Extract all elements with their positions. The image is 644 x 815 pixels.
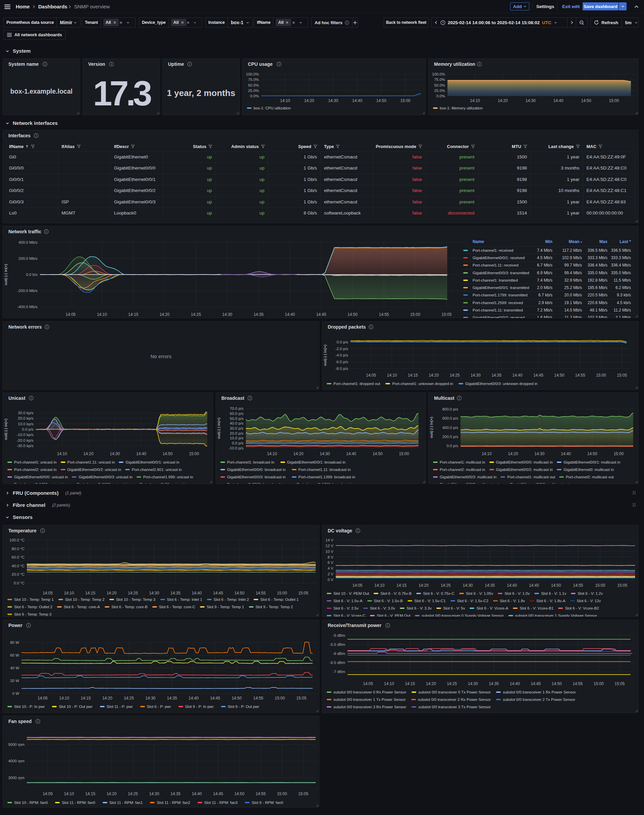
svg-text:14:10: 14:10 bbox=[57, 452, 67, 456]
svg-text:14:45: 14:45 bbox=[213, 792, 223, 796]
svg-text:50.0 p/s: 50.0 p/s bbox=[230, 417, 244, 421]
svg-text:14:15: 14:15 bbox=[81, 696, 91, 701]
svg-text:0 V: 0 V bbox=[328, 578, 334, 582]
svg-text:14:45: 14:45 bbox=[316, 312, 327, 317]
svg-text:14:40: 14:40 bbox=[512, 373, 523, 378]
svg-text:15:00: 15:00 bbox=[410, 312, 420, 317]
svg-text:14:05: 14:05 bbox=[43, 591, 53, 595]
svg-text:40 W: 40 W bbox=[10, 666, 19, 670]
svg-text:10.0 kp/s: 10.0 kp/s bbox=[18, 422, 34, 426]
svg-text:60.0 °C: 60.0 °C bbox=[12, 555, 25, 559]
svg-text:out(-) | in(+): out(-) | in(+) bbox=[4, 264, 8, 285]
svg-text:5000 rpm: 5000 rpm bbox=[8, 743, 25, 747]
svg-text:14:05: 14:05 bbox=[366, 373, 376, 378]
svg-text:10 V: 10 V bbox=[325, 549, 333, 554]
svg-text:14:20: 14:20 bbox=[107, 792, 117, 796]
svg-text:20.0 p/s: 20.0 p/s bbox=[230, 431, 244, 435]
svg-text:14:15: 14:15 bbox=[396, 583, 406, 588]
svg-text:600.0 p/s: 600.0 p/s bbox=[442, 416, 458, 420]
svg-text:50.0%: 50.0% bbox=[248, 83, 259, 87]
svg-text:14:10: 14:10 bbox=[97, 312, 107, 317]
svg-text:14:25: 14:25 bbox=[128, 792, 138, 796]
svg-text:14:50: 14:50 bbox=[587, 452, 597, 456]
svg-text:14:20: 14:20 bbox=[429, 373, 439, 378]
svg-text:14:20: 14:20 bbox=[498, 98, 508, 103]
svg-text:15:00: 15:00 bbox=[277, 792, 287, 796]
svg-text:15:00: 15:00 bbox=[399, 452, 409, 456]
svg-text:14:10: 14:10 bbox=[374, 583, 384, 588]
svg-text:14:55: 14:55 bbox=[256, 792, 266, 796]
svg-text:14:40: 14:40 bbox=[346, 452, 356, 456]
svg-text:14:35: 14:35 bbox=[167, 696, 177, 701]
svg-text:20 W: 20 W bbox=[10, 679, 19, 683]
svg-text:15:00: 15:00 bbox=[596, 373, 606, 378]
svg-text:14:55: 14:55 bbox=[573, 583, 583, 588]
svg-text:-5.5 dBm: -5.5 dBm bbox=[330, 643, 345, 646]
svg-text:14:35: 14:35 bbox=[485, 583, 495, 588]
svg-text:14 V: 14 V bbox=[325, 538, 333, 542]
svg-text:14:20: 14:20 bbox=[508, 452, 518, 456]
svg-text:400.0 Mb/s: 400.0 Mb/s bbox=[18, 240, 38, 244]
svg-text:0 W: 0 W bbox=[12, 692, 20, 695]
svg-text:14:10: 14:10 bbox=[64, 591, 74, 595]
svg-text:14:50: 14:50 bbox=[551, 583, 561, 588]
svg-text:out(-) | in(+): out(-) | in(+) bbox=[217, 418, 221, 439]
svg-text:14:50: 14:50 bbox=[235, 792, 245, 796]
svg-text:14:30: 14:30 bbox=[110, 452, 120, 456]
svg-text:0.0 p/s: 0.0 p/s bbox=[446, 444, 458, 448]
svg-text:14:10: 14:10 bbox=[384, 681, 394, 686]
svg-text:14:30: 14:30 bbox=[145, 696, 155, 701]
svg-text:60 W: 60 W bbox=[10, 653, 19, 657]
svg-text:20.0 kp/s: 20.0 kp/s bbox=[18, 416, 34, 420]
svg-text:14:20: 14:20 bbox=[84, 452, 94, 456]
svg-text:14:45: 14:45 bbox=[213, 591, 223, 595]
svg-text:14:20: 14:20 bbox=[304, 98, 314, 103]
svg-text:out(-) | in(+): out(-) | in(+) bbox=[429, 417, 433, 438]
svg-text:14:40: 14:40 bbox=[285, 312, 295, 317]
svg-text:100.0%: 100.0% bbox=[432, 72, 445, 76]
svg-text:14:30: 14:30 bbox=[149, 591, 159, 595]
svg-text:0.0 p/s: 0.0 p/s bbox=[232, 441, 244, 445]
svg-text:6 V: 6 V bbox=[328, 561, 334, 564]
svg-text:15:05: 15:05 bbox=[296, 696, 307, 701]
svg-text:75.0%: 75.0% bbox=[248, 78, 259, 82]
svg-text:80 W: 80 W bbox=[10, 640, 19, 644]
svg-text:14:10: 14:10 bbox=[64, 792, 74, 796]
svg-text:14:05: 14:05 bbox=[38, 696, 48, 701]
svg-text:14:30: 14:30 bbox=[222, 312, 232, 317]
svg-text:-10.0 p/s: -10.0 p/s bbox=[228, 446, 244, 450]
svg-text:15:00: 15:00 bbox=[400, 98, 410, 103]
svg-text:14:10: 14:10 bbox=[280, 98, 290, 103]
svg-text:14:15: 14:15 bbox=[128, 312, 138, 317]
svg-text:0.0 p/s: 0.0 p/s bbox=[22, 427, 34, 431]
svg-text:-4.0 p/s: -4.0 p/s bbox=[336, 353, 348, 357]
svg-text:15:05: 15:05 bbox=[298, 792, 308, 796]
svg-text:14:50: 14:50 bbox=[232, 696, 242, 701]
svg-text:-10.0 kp/s: -10.0 kp/s bbox=[17, 433, 34, 437]
svg-text:12 V: 12 V bbox=[325, 544, 333, 548]
svg-text:14:55: 14:55 bbox=[573, 681, 583, 686]
svg-text:14:50: 14:50 bbox=[348, 312, 357, 317]
svg-text:14:40: 14:40 bbox=[507, 583, 517, 588]
svg-text:14:50: 14:50 bbox=[373, 452, 383, 456]
svg-text:25.0%: 25.0% bbox=[434, 89, 445, 93]
svg-text:14:50: 14:50 bbox=[554, 373, 564, 378]
svg-text:14:40: 14:40 bbox=[352, 98, 362, 103]
svg-text:15:00: 15:00 bbox=[609, 98, 619, 103]
svg-text:14:25: 14:25 bbox=[191, 312, 201, 317]
svg-text:14:45: 14:45 bbox=[531, 681, 541, 686]
svg-text:14:40: 14:40 bbox=[510, 681, 520, 686]
svg-text:75.0%: 75.0% bbox=[434, 78, 445, 82]
svg-text:25.0%: 25.0% bbox=[248, 89, 259, 93]
svg-text:80.0 °C: 80.0 °C bbox=[12, 547, 25, 551]
svg-text:14:30: 14:30 bbox=[320, 452, 330, 456]
svg-text:15:05: 15:05 bbox=[617, 583, 627, 588]
svg-text:14:40: 14:40 bbox=[192, 792, 202, 796]
svg-text:3000 rpm: 3000 rpm bbox=[8, 776, 25, 780]
svg-text:14:25: 14:25 bbox=[447, 681, 457, 686]
svg-text:14:40: 14:40 bbox=[554, 98, 563, 103]
svg-text:4000 rpm: 4000 rpm bbox=[8, 759, 25, 763]
svg-text:-5 dBm: -5 dBm bbox=[333, 634, 345, 637]
svg-text:14:45: 14:45 bbox=[210, 696, 220, 701]
svg-text:14:35: 14:35 bbox=[491, 373, 501, 378]
